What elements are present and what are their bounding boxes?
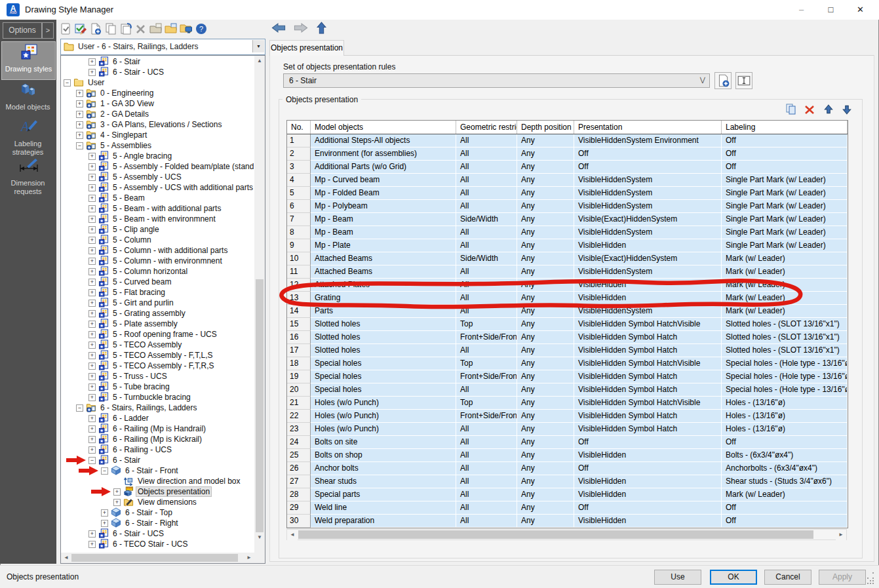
tree-item-5-column-with-additional-parts[interactable]: +5 - Column - with additional parts bbox=[61, 245, 254, 256]
tree-item-5-angle-bracing[interactable]: +5 - Angle bracing bbox=[61, 151, 254, 161]
tree-item-6-stair-ucs[interactable]: +6 - Stair - UCS bbox=[61, 67, 254, 77]
tree-toggle-expand-icon[interactable]: + bbox=[101, 520, 108, 527]
cell-labeling[interactable]: Mark (w/ Leader) bbox=[722, 265, 848, 279]
cell-labeling[interactable]: Mark (w/ Leader) bbox=[722, 252, 848, 265]
tree-toggle-expand-icon[interactable]: + bbox=[88, 279, 96, 286]
cell-model-objects[interactable]: Anchor bolts bbox=[311, 462, 456, 475]
tree-item-6-ladder[interactable]: +6 - Ladder bbox=[61, 413, 254, 423]
cell-depth-position[interactable]: Any bbox=[517, 226, 574, 239]
cell-model-objects[interactable]: Bolts on site bbox=[311, 436, 456, 449]
tree-toggle-expand-icon[interactable]: + bbox=[88, 321, 96, 328]
tree-item-5-teco-assembly[interactable]: +5 - TECO Assembly bbox=[61, 340, 254, 350]
tree-item-5-truss-ucs[interactable]: +5 - Truss - UCS bbox=[61, 371, 254, 382]
tree-item-5-grating-assembly[interactable]: +5 - Grating assembly bbox=[61, 308, 254, 319]
cell-geometric-restriction[interactable]: All bbox=[456, 383, 517, 397]
cell-presentation[interactable]: VisibleHidden Symbol Hatch bbox=[574, 383, 722, 397]
tree-item-6-railing-mp-is-kickrail[interactable]: +6 - Railing (Mp is Kickrail) bbox=[61, 434, 254, 444]
cell-model-objects[interactable]: Special parts bbox=[311, 488, 456, 501]
table-row[interactable]: 24Bolts on siteAllAnyOffOff bbox=[287, 436, 848, 449]
cell-depth-position[interactable]: Any bbox=[517, 187, 574, 200]
chevron-down-icon[interactable]: ⋁ bbox=[700, 76, 705, 83]
tree-toggle-expand-icon[interactable]: + bbox=[88, 258, 96, 265]
tree-toggle-expand-icon[interactable]: + bbox=[113, 488, 121, 496]
tree-item-4-singlepart[interactable]: +4 - Singlepart bbox=[61, 130, 254, 140]
cell-depth-position[interactable]: Any bbox=[517, 370, 574, 383]
cancel-button[interactable]: Cancel bbox=[764, 570, 811, 585]
tree-toggle-expand-icon[interactable]: + bbox=[88, 163, 96, 170]
cell-model-objects[interactable]: Shear studs bbox=[311, 475, 456, 488]
cell-labeling[interactable]: Holes - (13/16"ø) bbox=[722, 423, 848, 436]
table-row[interactable]: 30Weld preparationAllAnyVisibleHiddenOff bbox=[287, 515, 848, 528]
tree-toggle-expand-icon[interactable]: + bbox=[88, 247, 96, 254]
tree-toggle-expand-icon[interactable]: + bbox=[76, 121, 83, 128]
cell-labeling[interactable]: Single Part Mark (w/ Leader) bbox=[722, 226, 848, 239]
cell-presentation[interactable]: VisibleHiddenSystem Environment bbox=[574, 134, 722, 147]
cell-presentation[interactable]: VisibleHiddenSystem bbox=[574, 305, 722, 318]
cell-labeling[interactable]: Mark (w/ Leader) bbox=[722, 305, 848, 318]
tree-item-5-column[interactable]: +5 - Column bbox=[61, 235, 254, 245]
cell-depth-position[interactable]: Any bbox=[517, 292, 574, 305]
tree-toggle-expand-icon[interactable]: + bbox=[76, 111, 83, 118]
tree-toggle-expand-icon[interactable]: + bbox=[76, 132, 83, 139]
tree-toggle-expand-icon[interactable]: + bbox=[88, 373, 96, 380]
cell-model-objects[interactable]: Additional Parts (w/o Grid) bbox=[311, 161, 456, 174]
cell-depth-position[interactable]: Any bbox=[517, 357, 574, 370]
cell-presentation[interactable]: VisibleHidden Symbol Hatch bbox=[574, 423, 722, 436]
cell-geometric-restriction[interactable]: All bbox=[456, 200, 517, 213]
table-row[interactable]: 2Environment (for assemblies)AllAnyOffOf… bbox=[287, 147, 848, 161]
cell-geometric-restriction[interactable]: All bbox=[456, 423, 517, 436]
scroll-right-icon[interactable]: ► bbox=[244, 553, 254, 563]
cell-geometric-restriction[interactable]: All bbox=[456, 292, 517, 305]
table-row[interactable]: 22Holes (w/o Punch)Front+Side/FrontAnyVi… bbox=[287, 410, 848, 423]
cell-presentation[interactable]: Off bbox=[574, 462, 722, 475]
cell-model-objects[interactable]: Mp - Polybeam bbox=[311, 200, 456, 213]
minimize-button[interactable]: – bbox=[787, 0, 816, 20]
cell-labeling[interactable]: Single Part Mark (w/ Leader) bbox=[722, 187, 848, 200]
tree-item-objects-presentation[interactable]: +Objects presentation bbox=[61, 486, 254, 497]
tree-toggle-expand-icon[interactable]: + bbox=[88, 226, 96, 233]
tree-toggle-expand-icon[interactable]: + bbox=[88, 394, 96, 401]
cell-presentation[interactable]: VisibleHidden Symbol HatchVisible bbox=[574, 318, 722, 331]
tree-toggle-expand-icon[interactable]: + bbox=[88, 310, 96, 317]
cell-depth-position[interactable]: Any bbox=[517, 344, 574, 357]
cell-labeling[interactable]: Single Part Mark (w/ Leader) bbox=[722, 200, 848, 213]
help-icon[interactable]: ? bbox=[195, 22, 208, 35]
table-row[interactable]: 21Holes (w/o Punch)TopAnyVisibleHidden S… bbox=[287, 397, 848, 410]
cell-depth-position[interactable]: Any bbox=[517, 475, 574, 488]
cell-presentation[interactable]: VisibleHiddenSystem bbox=[574, 265, 722, 279]
tree-item-5-assembly-ucs[interactable]: +5 - Assembly - UCS bbox=[61, 172, 254, 182]
table-row[interactable]: 23Holes (w/o Punch)AllAnyVisibleHidden S… bbox=[287, 423, 848, 436]
cell-presentation[interactable]: VisibleHidden bbox=[574, 488, 722, 501]
tree-toggle-collapse-icon[interactable]: − bbox=[76, 404, 83, 412]
ok-button[interactable]: OK bbox=[710, 570, 757, 585]
cell-depth-position[interactable]: Any bbox=[517, 200, 574, 213]
tree-toggle-expand-icon[interactable]: + bbox=[88, 331, 96, 338]
tree-toggle-expand-icon[interactable]: + bbox=[88, 237, 96, 244]
cell-labeling[interactable]: Slotted holes - (SLOT 13/16"x1") bbox=[722, 318, 848, 331]
cell-presentation[interactable]: VisibleHidden Symbol Hatch bbox=[574, 344, 722, 357]
cell-depth-position[interactable]: Any bbox=[517, 174, 574, 187]
cell-geometric-restriction[interactable]: Side/Width bbox=[456, 252, 517, 265]
tree-toggle-expand-icon[interactable]: + bbox=[88, 300, 96, 307]
cell-geometric-restriction[interactable]: All bbox=[456, 488, 517, 501]
cell-model-objects[interactable]: Attached Beams bbox=[311, 252, 456, 265]
tree-toggle-expand-icon[interactable]: + bbox=[88, 174, 96, 181]
table-row[interactable]: 3Additional Parts (w/o Grid)AllAnyOffOff bbox=[287, 161, 848, 174]
column-header-depth-position[interactable]: Depth position bbox=[517, 121, 574, 134]
tree-toggle-expand-icon[interactable]: + bbox=[88, 436, 96, 443]
tree-toggle-expand-icon[interactable]: + bbox=[88, 58, 96, 66]
cell-model-objects[interactable]: Special holes bbox=[311, 383, 456, 397]
tab-objects-presentation[interactable]: Objects presentation bbox=[269, 40, 344, 56]
style-folder-combobox[interactable]: User - 6 - Stairs, Railings, Ladders ▼ bbox=[60, 39, 265, 55]
cell-model-objects[interactable]: Slotted holes bbox=[311, 331, 456, 344]
cell-geometric-restriction[interactable]: All bbox=[456, 187, 517, 200]
cell-geometric-restriction[interactable]: All bbox=[456, 174, 517, 187]
cell-depth-position[interactable]: Any bbox=[517, 501, 574, 515]
tree-toggle-expand-icon[interactable]: + bbox=[88, 184, 96, 191]
table-row[interactable]: 5Mp - Folded BeamAllAnyVisibleHiddenSyst… bbox=[287, 187, 848, 200]
tree-toggle-expand-icon[interactable]: + bbox=[88, 342, 96, 349]
cell-geometric-restriction[interactable]: All bbox=[456, 475, 517, 488]
options-expand-button[interactable]: > bbox=[42, 22, 54, 39]
cell-presentation[interactable]: Off bbox=[574, 161, 722, 174]
tree-item-6-stair-ucs[interactable]: +6 - Stair - UCS bbox=[61, 528, 254, 539]
